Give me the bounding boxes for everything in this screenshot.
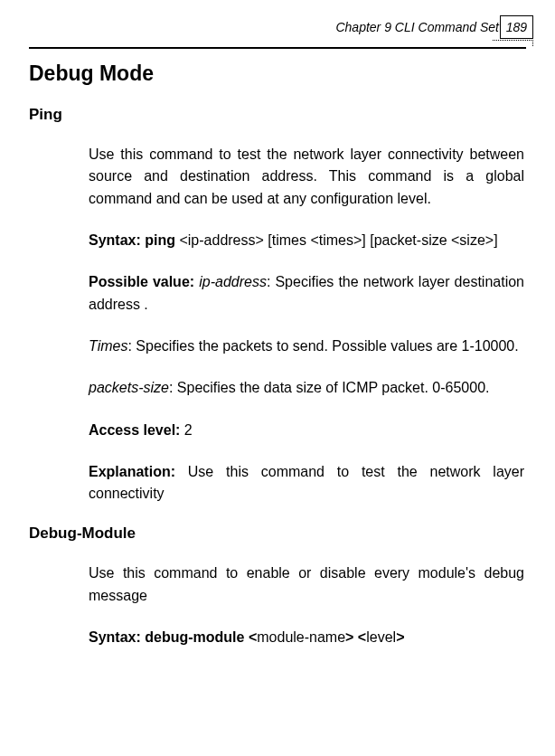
ping-times: Times: Specifies the packets to send. Po… (89, 335, 526, 357)
main-content: Debug Mode Ping Use this command to test… (0, 47, 555, 648)
page-title: Debug Mode (29, 61, 526, 86)
chapter-label: Chapter 9 CLI Command Set (335, 20, 499, 34)
debug-module-sep1: > < (345, 629, 366, 645)
ping-explanation: Explanation: Use this command to test th… (89, 461, 526, 506)
debug-module-param1: module-name (257, 629, 345, 645)
times-param: Times (89, 338, 127, 354)
section-body-ping: Use this command to test the network lay… (29, 144, 526, 505)
section-heading-debug-module: Debug-Module (29, 524, 526, 543)
debug-module-param2: level (366, 629, 396, 645)
debug-module-end: > (396, 629, 404, 645)
header-dotted-decor (493, 40, 533, 41)
times-text: : Specifies the packets to send. Possibl… (127, 338, 518, 354)
ping-description: Use this command to test the network lay… (89, 144, 526, 210)
section-body-debug-module: Use this command to enable or disable ev… (29, 562, 526, 648)
header-dotted-decor-vert (532, 37, 533, 46)
syntax-text: <ip-address> [times <times>] [packet-siz… (179, 232, 497, 248)
ip-address-param: ip-address (199, 274, 267, 289)
page-header: Chapter 9 CLI Command Set 189 (0, 0, 555, 47)
ping-syntax: Syntax: ping <ip-address> [times <times>… (89, 230, 526, 251)
debug-module-syntax-label: Syntax: debug-module < (89, 629, 257, 645)
explanation-label: Explanation: (89, 464, 188, 479)
ping-packets-size: packets-size: Specifies the data size of… (89, 377, 526, 399)
syntax-label: Syntax: ping (89, 232, 179, 248)
debug-module-description: Use this command to enable or disable ev… (89, 562, 526, 607)
possible-value-label: Possible value: (89, 274, 199, 289)
packets-size-text: : Specifies the data size of ICMP packet… (169, 380, 490, 395)
ping-access-level: Access level: 2 (89, 420, 526, 441)
access-level-value: 2 (184, 422, 193, 438)
section-heading-ping: Ping (29, 106, 526, 124)
access-level-label: Access level: (89, 422, 184, 438)
packets-size-param: packets-size (89, 380, 169, 395)
top-rule (29, 47, 526, 49)
ping-possible-value: Possible value: ip-address: Specifies th… (89, 271, 526, 316)
debug-module-syntax: Syntax: debug-module <module-name> <leve… (89, 627, 526, 648)
page-number: 189 (500, 15, 533, 39)
